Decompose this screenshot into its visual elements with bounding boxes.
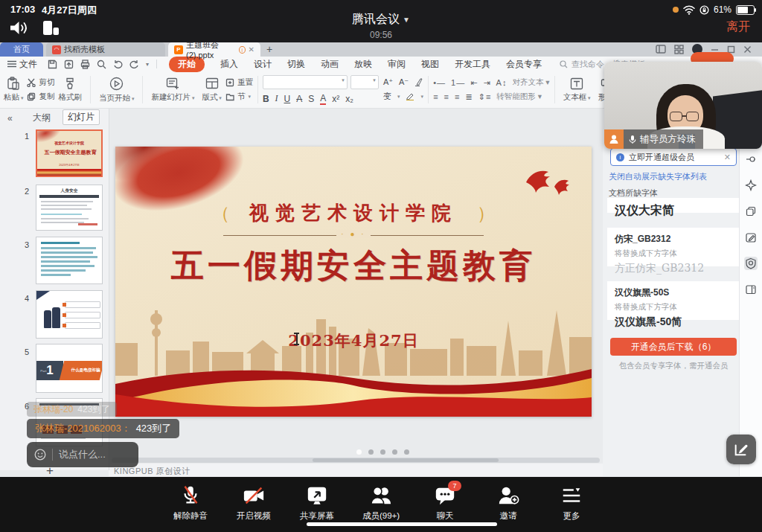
tab-document-active[interactable]: P 主题班会(2).pptx i ✕	[168, 42, 260, 57]
new-tab-button[interactable]: +	[266, 43, 272, 55]
horizontal-scrollbar[interactable]	[112, 458, 600, 463]
outline-tab[interactable]: 大纲	[33, 112, 51, 124]
unmute-button[interactable]: 解除静音	[173, 484, 208, 522]
font-card-1[interactable]: 汉仪大宋简	[607, 198, 740, 213]
slide-college[interactable]: 视觉艺术设计学院	[249, 200, 458, 226]
effects-tool-icon[interactable]	[744, 179, 758, 192]
export-icon[interactable]	[64, 60, 74, 69]
add-slide-plus[interactable]: +	[46, 464, 54, 478]
strikethrough-button[interactable]: A	[296, 94, 302, 104]
save-icon[interactable]	[48, 60, 57, 69]
slide-date[interactable]: 2023年4月27日	[115, 330, 592, 351]
tab-animation[interactable]: 动画	[321, 58, 339, 71]
webcam-video[interactable]: 辅导员方玲珠	[604, 62, 762, 149]
underline-button[interactable]: U	[284, 94, 291, 104]
tab-design[interactable]: 设计	[254, 58, 272, 71]
slide-canvas[interactable]: （视觉艺术设计学院） · ● · 五一假期安全主题教育	[109, 108, 604, 476]
close-icon[interactable]	[743, 45, 752, 54]
more-button[interactable]: 更多	[554, 484, 589, 522]
subscript-button[interactable]: x₂	[345, 94, 353, 104]
section-button[interactable]: 节▾	[225, 92, 253, 102]
highlight-button[interactable]	[406, 92, 414, 100]
increase-font-button[interactable]: A⁺	[383, 77, 393, 87]
chat-button[interactable]: 7 聊天	[427, 484, 463, 522]
italic-button[interactable]: I	[275, 93, 278, 104]
share-screen-button[interactable]: 共享屏幕	[299, 484, 335, 522]
line-spacing-icon[interactable]: ⇕≡	[478, 92, 492, 102]
bullet-list-icon[interactable]: •—	[433, 78, 446, 87]
chat-input[interactable]: 说点什么...	[27, 442, 138, 467]
file-menu[interactable]: 文件	[7, 58, 37, 71]
slide-thumbnail-5[interactable]: 1 Part 什么是电信诈骗	[36, 344, 103, 393]
tab-home[interactable]: 首页	[0, 42, 43, 57]
edit-tool-icon[interactable]	[744, 231, 758, 244]
slide-nav-dots[interactable]	[356, 449, 409, 455]
leave-meeting-button[interactable]: 离开	[726, 19, 750, 35]
justify-icon[interactable]: ≣	[465, 92, 473, 102]
slide-layout-button[interactable]: 版式 ▾	[198, 71, 225, 108]
align-left-icon[interactable]: ≡	[433, 92, 438, 101]
slide-title[interactable]: 五一假期安全主题教育	[115, 244, 592, 288]
single-window-icon[interactable]	[656, 45, 666, 54]
font-card-2[interactable]: 仿宋_GB2312 将替换成下方字体 方正仿宋_GB2312	[607, 228, 740, 266]
slides-tab[interactable]: 幻灯片	[63, 109, 100, 125]
slide-thumbnail-1[interactable]: 视觉艺术设计学院 五一假期安全主题教育 2023年4月27日	[36, 129, 103, 177]
tab-view[interactable]: 视图	[421, 58, 439, 71]
font-card-3[interactable]: 汉仪旗黑-50S 将替换成下方字体 汉仪旗黑-50简	[607, 281, 740, 320]
doc-info-icon[interactable]: i	[239, 46, 246, 54]
font-name-select[interactable]	[263, 75, 348, 89]
slide-editor[interactable]: （视觉艺术设计学院） · ● · 五一假期安全主题教育	[115, 147, 592, 417]
fonts-tool-icon[interactable]	[744, 257, 758, 270]
new-slide-button[interactable]: 新建幻灯片 ▾	[147, 71, 198, 108]
text-box-button[interactable]: 文本框 ▾	[560, 71, 595, 108]
disable-font-list-link[interactable]: 关闭自动展示缺失字体列表	[609, 171, 707, 182]
preview-icon[interactable]	[97, 60, 106, 69]
tab-close-icon[interactable]: ✕	[249, 45, 254, 54]
undo-icon[interactable]	[113, 60, 123, 68]
members-button[interactable]: 成员(99+)	[362, 484, 400, 522]
slide-thumbnail-3[interactable]	[36, 237, 103, 284]
superscript-button[interactable]: x²	[332, 94, 339, 104]
tab-transition[interactable]: 切换	[287, 58, 305, 71]
tab-review[interactable]: 审阅	[388, 58, 406, 71]
align-right-icon[interactable]: ≡	[455, 92, 460, 101]
start-video-button[interactable]: 开启视频	[236, 484, 272, 522]
tab-devtools[interactable]: 开发工具	[455, 58, 490, 71]
decrease-indent-icon[interactable]: ⇤	[470, 78, 478, 88]
shadow-button[interactable]: S	[308, 94, 314, 104]
align-text-button[interactable]: 对齐文本 ▾	[512, 77, 549, 88]
tab-slideshow[interactable]: 放映	[354, 58, 372, 71]
decrease-font-button[interactable]: A⁻	[399, 77, 409, 87]
increase-indent-icon[interactable]: ⇥	[483, 78, 490, 88]
copy-tool-icon[interactable]	[744, 205, 758, 218]
reader-tool-icon[interactable]	[744, 283, 758, 296]
tab-docer[interactable]: ◠ 找稻壳模板	[46, 42, 165, 57]
print-icon[interactable]	[80, 60, 90, 69]
slide-thumbnail-2[interactable]: 人身安全	[36, 185, 103, 231]
member-promo-banner[interactable]: i 立即开通超级会员 ✕	[610, 148, 737, 166]
slide-thumbnail-4[interactable]	[36, 290, 103, 339]
play-from-current-button[interactable]: 当页开始 ▾	[95, 71, 138, 108]
format-painter-button[interactable]: 格式刷	[54, 71, 86, 108]
grid-window-icon[interactable]	[674, 45, 684, 54]
collapse-panel-icon[interactable]: «	[7, 113, 13, 124]
promo-close-icon[interactable]: ✕	[724, 153, 731, 162]
text-direction-icon[interactable]: A↕	[496, 78, 508, 87]
redo-icon[interactable]	[129, 60, 139, 68]
annotation-button[interactable]	[726, 435, 756, 464]
invite-button[interactable]: 邀请	[490, 484, 526, 522]
clear-format-icon[interactable]	[414, 78, 423, 86]
slider-tool-icon[interactable]	[744, 153, 758, 166]
speaker-icon[interactable]	[9, 20, 29, 36]
font-size-select[interactable]	[350, 75, 379, 89]
smart-graphic-button[interactable]: 转智能图形 ▾	[496, 92, 542, 102]
align-center-icon[interactable]: ≡	[444, 92, 449, 101]
download-fonts-button[interactable]: 开通会员后下载（6）	[610, 338, 737, 356]
numbered-list-icon[interactable]: 1—	[451, 78, 465, 87]
layout-switch-icon[interactable]	[43, 21, 59, 35]
meeting-title[interactable]: 腾讯会议	[352, 13, 400, 25]
tab-insert[interactable]: 插入	[220, 58, 238, 71]
tab-member[interactable]: 会员专享	[506, 58, 542, 71]
cut-button[interactable]: 剪切	[27, 77, 54, 88]
quick-access-caret-icon[interactable]: ▾	[146, 61, 149, 68]
